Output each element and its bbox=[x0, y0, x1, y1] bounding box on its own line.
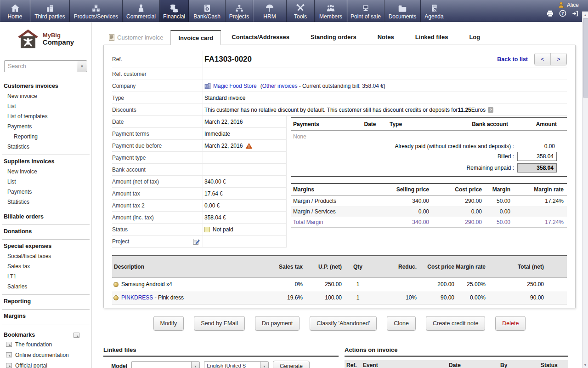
language-select[interactable]: English (United S ▼ bbox=[204, 361, 269, 368]
sidebar-item-list[interactable]: List bbox=[0, 101, 91, 111]
tab-invoice-card[interactable]: Invoice card bbox=[170, 30, 221, 45]
menu-projects[interactable]: Projects bbox=[226, 0, 253, 22]
bookmark-the-foundation[interactable]: The foundation bbox=[0, 339, 91, 350]
logged-user[interactable]: Alice bbox=[558, 1, 579, 8]
menu-products-services[interactable]: Products/Services bbox=[70, 0, 123, 22]
edit-project-icon[interactable] bbox=[193, 238, 200, 245]
delete-button[interactable]: Delete bbox=[495, 316, 526, 331]
other-invoices-link[interactable]: Other invoices bbox=[262, 83, 298, 89]
field-label: Ref. bbox=[112, 51, 203, 68]
send-by-email-button[interactable]: Send by EMail bbox=[194, 316, 245, 331]
menu-financial[interactable]: Financial bbox=[160, 0, 189, 22]
tab-log[interactable]: Log bbox=[458, 34, 491, 40]
menu-members[interactable]: Members bbox=[315, 0, 347, 22]
menu-bank-cash[interactable]: Bank/Cash bbox=[189, 0, 226, 22]
sidebar-section-billable-orders[interactable]: Billable orders bbox=[0, 211, 91, 222]
sidebar-divider bbox=[2, 294, 90, 295]
sidebar-menu: Customers invoices New invoice List List… bbox=[0, 80, 91, 368]
dolibarr-app: Home Third parties Products/Services Com… bbox=[0, 0, 588, 368]
help-icon[interactable]: ? bbox=[559, 10, 566, 17]
menu-documents[interactable]: Documents bbox=[384, 0, 421, 22]
company-outstanding: (Other invoices - Current outstanding bi… bbox=[260, 83, 385, 89]
sidebar-item-lt1[interactable]: LT1 bbox=[0, 271, 91, 282]
clone-button[interactable]: Clone bbox=[387, 316, 416, 331]
field-row-payment-terms: Payment terms Immediate bbox=[112, 128, 287, 140]
amount-tax: 17.64 € bbox=[203, 188, 287, 199]
vertical-scrollbar[interactable]: ▲ ▼ bbox=[582, 12, 588, 368]
margin-services-row: Margin / Services 0.00 0.00 0.00 bbox=[291, 206, 567, 217]
payments-header: Payments Date Type Bank account Amount bbox=[291, 118, 567, 131]
home-icon bbox=[10, 2, 20, 13]
sidebar-item-social-fiscal-taxes[interactable]: Social/fiscal taxes bbox=[0, 251, 91, 261]
do-payment-button[interactable]: Do payment bbox=[255, 316, 300, 331]
scroll-up-arrow[interactable]: ▲ bbox=[582, 12, 588, 18]
sidebar-section-customers-invoices[interactable]: Customers invoices bbox=[0, 80, 91, 91]
discount-help-icon[interactable]: ? bbox=[488, 107, 493, 113]
tab-notes[interactable]: Notes bbox=[367, 34, 405, 40]
sidebar-item-payments[interactable]: Payments bbox=[0, 121, 91, 132]
menu-commercial[interactable]: Commercial bbox=[123, 0, 160, 22]
next-record-button[interactable]: > bbox=[550, 53, 566, 65]
previous-record-button[interactable]: < bbox=[535, 53, 550, 65]
menu-tools[interactable]: Tools bbox=[287, 0, 315, 22]
sidebar-section-donations[interactable]: Donations bbox=[0, 226, 91, 236]
classify-abandoned-button[interactable]: Classify 'Abandoned' bbox=[310, 316, 377, 331]
invoice-card: Ref. FA1303-0020 Back to list < > Ref. c… bbox=[103, 45, 576, 308]
tab-standing-orders[interactable]: Standing orders bbox=[300, 34, 367, 40]
tab-contacts-addresses[interactable]: Contacts/Addresses bbox=[221, 34, 300, 40]
bookmark-official-portal[interactable]: Official portal bbox=[0, 360, 91, 368]
third-parties-icon bbox=[45, 2, 55, 13]
sidebar-item-supplier-new-invoice[interactable]: New invoice bbox=[0, 167, 91, 177]
sidebar-item-list-of-templates[interactable]: List of templates bbox=[0, 111, 91, 121]
sidebar-section-reporting[interactable]: Reporting bbox=[0, 296, 91, 306]
products-icon bbox=[91, 2, 101, 13]
modify-button[interactable]: Modify bbox=[153, 316, 184, 331]
sidebar-section-margins[interactable]: Margins bbox=[0, 310, 91, 321]
field-row-payment-type: Payment type bbox=[112, 152, 287, 164]
menu-third-parties[interactable]: Third parties bbox=[30, 0, 70, 22]
add-bookmark-icon[interactable] bbox=[74, 333, 79, 338]
menu-agenda[interactable]: Agenda bbox=[421, 0, 447, 22]
sidebar-item-statistics[interactable]: Statistics bbox=[0, 142, 91, 152]
search-dropdown-button[interactable]: ▼ bbox=[77, 60, 87, 72]
print-icon[interactable] bbox=[546, 10, 554, 17]
sidebar-section-suppliers-invoices[interactable]: Suppliers invoices bbox=[0, 156, 91, 167]
company-link[interactable]: Magic Food Store bbox=[213, 83, 257, 89]
sidebar-section-special-expenses[interactable]: Special expenses bbox=[0, 241, 91, 251]
sidebar-item-sales-tax[interactable]: Sales tax bbox=[0, 261, 91, 271]
sidebar-item-supplier-statistics[interactable]: Statistics bbox=[0, 197, 91, 207]
project-value bbox=[203, 236, 287, 247]
total-margin-row[interactable]: Total Margin 340.00 290.00 50.00 17.24% bbox=[291, 217, 567, 227]
menu-point-of-sale[interactable]: Point of sale bbox=[347, 0, 384, 22]
sidebar-item-supplier-payments[interactable]: Payments bbox=[0, 187, 91, 197]
bookmark-online-documentation[interactable]: Online documentation bbox=[0, 350, 91, 360]
scrollbar-thumb[interactable] bbox=[583, 18, 588, 98]
menu-hrm[interactable]: HRM bbox=[253, 0, 287, 22]
scroll-down-arrow[interactable]: ▼ bbox=[582, 362, 588, 368]
sidebar-divider bbox=[2, 324, 90, 324]
generate-button[interactable]: Generate bbox=[273, 361, 310, 368]
company-icon bbox=[204, 83, 211, 89]
sidebar-item-reporting[interactable]: Reporting bbox=[0, 132, 91, 142]
search-input[interactable] bbox=[4, 60, 77, 72]
invoice-ref: FA1303-0020 bbox=[203, 51, 497, 68]
payment-terms: Immediate bbox=[203, 128, 287, 139]
create-credit-note-button[interactable]: Create credit note bbox=[426, 316, 485, 331]
tab-context: Customer invoice bbox=[109, 34, 163, 41]
sidebar-item-new-invoice[interactable]: New invoice bbox=[0, 91, 91, 101]
tab-linked-files[interactable]: Linked files bbox=[405, 34, 459, 40]
back-to-list-link[interactable]: Back to list bbox=[497, 56, 528, 63]
menu-home[interactable]: Home bbox=[0, 0, 30, 22]
sidebar-item-supplier-list[interactable]: List bbox=[0, 177, 91, 187]
product-link[interactable]: PINKDRESS bbox=[121, 294, 153, 301]
logout-icon[interactable] bbox=[571, 10, 579, 17]
field-row-ref-customer: Ref. customer bbox=[112, 68, 567, 80]
linked-files-section: Linked files Model ▼ English (United S ▼… bbox=[103, 346, 339, 368]
model-select[interactable]: ▼ bbox=[131, 361, 200, 368]
right-column: Payments Date Type Bank account Amount N… bbox=[291, 116, 567, 247]
sidebar-divider bbox=[2, 224, 90, 225]
payments-table: Payments Date Type Bank account Amount N… bbox=[291, 117, 567, 177]
sidebar-item-salaries[interactable]: Salaries bbox=[0, 282, 91, 292]
bookmarks-title: Bookmarks bbox=[4, 332, 35, 338]
invoice-fields-table: Date March 22, 2016 Payment terms Immedi… bbox=[112, 116, 287, 247]
